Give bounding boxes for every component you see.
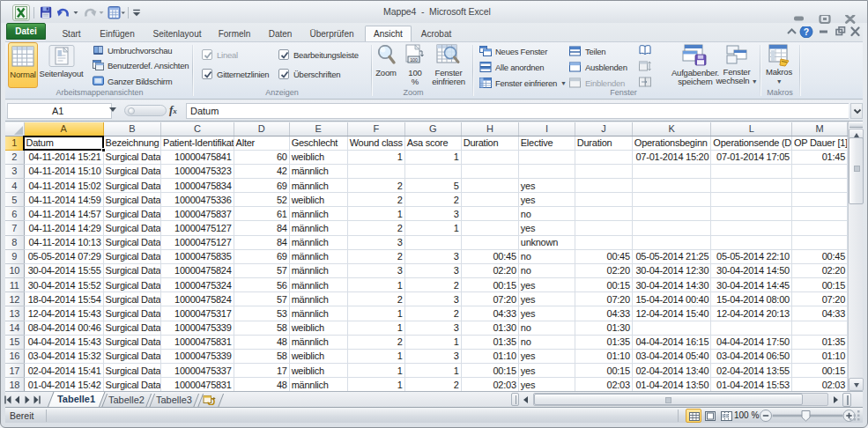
svg-text:?: ? xyxy=(804,26,809,37)
svg-text:100: 100 xyxy=(410,57,418,63)
